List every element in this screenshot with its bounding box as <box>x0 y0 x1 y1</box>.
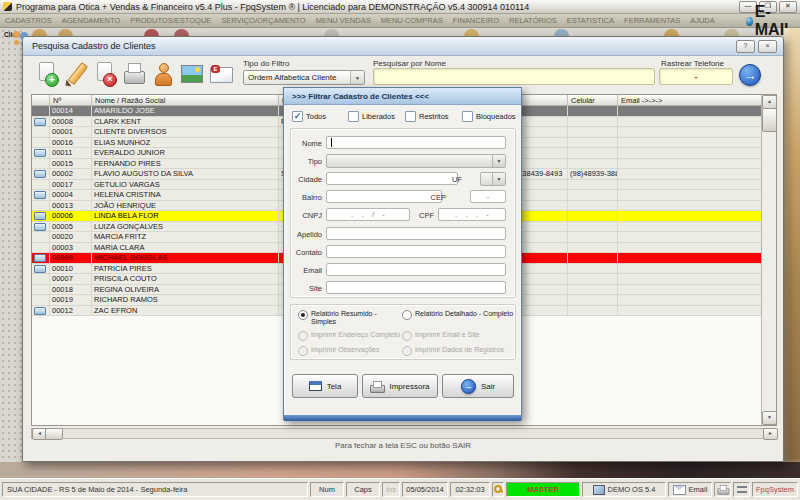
dropdown-arrow-icon[interactable]: ▼ <box>492 173 505 185</box>
radio-imprimir-endereco[interactable]: Imprimir Endereço Completo <box>298 331 402 341</box>
checkbox-liberados[interactable]: ✓ Liberados <box>348 111 395 122</box>
cell-number: 00015 <box>50 159 92 169</box>
nome-input[interactable] <box>326 136 506 149</box>
cell-mobile <box>568 232 618 242</box>
phone-trace-input[interactable]: - <box>659 68 733 85</box>
filter-type-select[interactable]: Ordem Alfabetica Cliente ▼ <box>243 70 365 85</box>
checkbox-restritos[interactable]: ✓ Restritos <box>405 111 449 122</box>
site-input[interactable] <box>326 281 506 294</box>
radio-relatorio-resumido[interactable]: Relatório Resumido - Simples <box>298 310 402 326</box>
edit-client-button[interactable] <box>64 61 88 87</box>
cidade-label: Cidade <box>288 175 322 184</box>
menu-email[interactable]: E-MAIL <box>742 14 800 28</box>
uf-select[interactable]: ▼ <box>480 172 506 186</box>
status-connection[interactable] <box>733 482 750 497</box>
column-header[interactable]: Celular <box>568 95 618 106</box>
cnpj-label: CNPJ <box>288 211 322 220</box>
cell-email <box>618 117 764 127</box>
search-input[interactable] <box>373 68 655 85</box>
menu-financeiro[interactable]: FINANCEIRO <box>448 16 504 25</box>
email-input[interactable] <box>326 263 506 276</box>
status-printer[interactable] <box>714 482 731 497</box>
status-email[interactable]: Email <box>668 482 712 497</box>
scroll-right-icon[interactable]: ► <box>763 428 778 440</box>
tela-button[interactable]: Tela <box>292 374 358 398</box>
menu-vendas[interactable]: MENU VENDAS <box>311 16 376 25</box>
cell-number: 00004 <box>50 190 92 200</box>
menu-produtos-estoque[interactable]: PRODUTOS/ESTOQUE <box>125 16 216 25</box>
help-icon[interactable]: ? <box>736 40 755 53</box>
photo-button[interactable] <box>180 61 204 87</box>
menu-estatistica[interactable]: ESTATISTICA <box>562 16 619 25</box>
scroll-up-icon[interactable]: ▲ <box>762 95 777 109</box>
column-header[interactable]: Nº <box>50 95 92 106</box>
cnpj-input[interactable]: . . / - <box>326 208 410 221</box>
horizontal-scrollbar[interactable]: ◄ ► <box>31 428 777 439</box>
column-header[interactable]: Email ->->-> <box>618 95 764 106</box>
cell-email <box>618 285 764 295</box>
cell-number: 00012 <box>50 306 92 316</box>
cell-number: 00001 <box>50 127 92 137</box>
radio-relatorio-detalhado[interactable]: Relatório Detalhado - Completo <box>402 310 518 326</box>
add-client-button[interactable] <box>35 61 59 87</box>
background-toolbar <box>24 28 764 36</box>
column-header-icon[interactable] <box>32 95 50 106</box>
site-label: Site <box>288 284 322 293</box>
contato-input[interactable] <box>326 245 506 258</box>
background-toolbar-icon <box>464 29 479 36</box>
email-button[interactable] <box>209 61 233 87</box>
dialog-title-bar[interactable]: >>> Filtrar Cadastro de Clientes <<< <box>284 88 521 105</box>
sair-button[interactable]: → Sair <box>442 374 514 398</box>
clientes-shortcut[interactable]: Clien <box>1 30 23 64</box>
client-card-icon <box>34 265 46 273</box>
tipo-select[interactable]: ▼ <box>326 154 506 168</box>
checkbox-todos[interactable]: ✓ Todos <box>292 111 326 122</box>
scrollbar-thumb[interactable] <box>762 108 777 132</box>
filter-type-label: Tipo do Filtro <box>243 59 289 68</box>
cell-email <box>618 180 764 190</box>
cell-name: ELIAS MUNHOZ <box>92 138 279 148</box>
menu-servico-orcamento[interactable]: SERVIÇO/ORÇAMENTO <box>216 16 310 25</box>
cpf-input[interactable]: . . . - <box>438 208 506 221</box>
footer-hint: Para fechar a tela ESC ou botão SAIR <box>23 441 783 450</box>
menu-relatorios[interactable]: RELATÓRIOS <box>504 16 562 25</box>
cell-email <box>618 274 764 284</box>
cell-name: LUIZA GONÇALVES <box>92 222 279 232</box>
cell-number: 00020 <box>50 232 92 242</box>
cell-name: PRISCILA COUTO <box>92 274 279 284</box>
vertical-scrollbar[interactable]: ▲ ▼ <box>761 95 776 425</box>
dropdown-arrow-icon[interactable]: ▼ <box>350 71 364 84</box>
cell-number: 00002 <box>50 169 92 179</box>
column-header[interactable]: Nome / Razão Social <box>92 95 279 106</box>
window-title-bar[interactable]: Pesquisa Cadastro de Clientes ? × <box>23 37 783 56</box>
menu-cadastros[interactable]: CADASTROS <box>0 16 57 25</box>
app-title: Programa para Otica + Vendas & Financeir… <box>16 2 529 12</box>
dropdown-arrow-icon[interactable]: ▼ <box>492 155 505 167</box>
impressora-button[interactable]: Impressora <box>362 374 438 398</box>
cell-name: HELENA CRISTINA <box>92 190 279 200</box>
go-search-button[interactable]: → <box>739 64 761 86</box>
dialog-bottom-accent <box>284 415 521 421</box>
checkbox-bloqueados[interactable]: ✓ Bloqueados <box>462 111 516 122</box>
contacts-button[interactable] <box>151 61 175 87</box>
apelido-input[interactable] <box>326 227 506 240</box>
menu-agendamento[interactable]: AGENDAMENTO <box>57 16 126 25</box>
screen-icon <box>309 381 322 391</box>
cell-email <box>618 148 764 158</box>
cell-email <box>618 243 764 253</box>
cell-name: CLARK KENT <box>92 117 279 127</box>
filtrar-clientes-dialog: >>> Filtrar Cadastro de Clientes <<< ✓ T… <box>283 87 522 420</box>
window-close-icon[interactable]: × <box>758 40 777 53</box>
menu-ferramentas[interactable]: FERRAMENTAS <box>619 16 685 25</box>
cell-mobile: (98)48939-3883 <box>568 169 618 179</box>
delete-client-button[interactable] <box>93 61 117 87</box>
cep-input[interactable]: - <box>470 190 506 203</box>
radio-imprimir-email-site[interactable]: Imprimir Email e Site <box>402 331 518 341</box>
menu-ajuda[interactable]: AJUDA <box>685 16 720 25</box>
radio-imprimir-observacoes[interactable]: Imprimir Observações <box>298 346 402 356</box>
menu-compras[interactable]: MENU COMPRAS <box>376 16 448 25</box>
radio-imprimir-dados-registros[interactable]: Imprimir Dados de Registros <box>402 346 518 356</box>
hscrollbar-thumb[interactable] <box>45 428 63 440</box>
scroll-down-icon[interactable]: ▼ <box>762 411 777 425</box>
print-button[interactable] <box>122 61 146 87</box>
